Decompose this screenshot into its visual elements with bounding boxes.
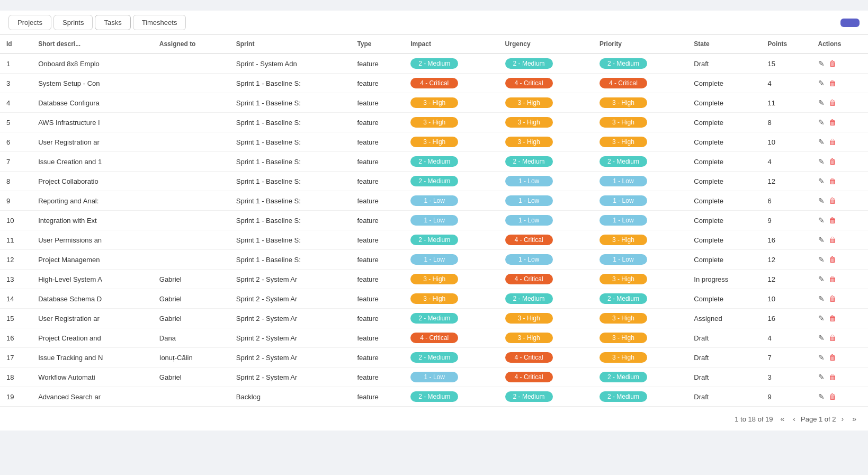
first-page-button[interactable]: «	[777, 413, 788, 425]
delete-icon[interactable]: 🗑	[829, 177, 836, 185]
breadcrumb	[0, 0, 868, 11]
cell-sprint: Sprint 2 - System Ar	[230, 328, 351, 348]
cell-impact: 2 - Medium	[404, 152, 498, 172]
cell-impact: 2 - Medium	[404, 348, 498, 368]
cell-urgency: 1 - Low	[499, 191, 593, 211]
delete-icon[interactable]: 🗑	[829, 216, 836, 225]
cell-state: Draft	[687, 53, 761, 74]
cell-priority: 2 - Medium	[593, 387, 687, 407]
table-row: 5 AWS Infrastructure I Sprint 1 - Baseli…	[0, 113, 868, 132]
cell-assigned: Gabriel	[153, 289, 230, 309]
cell-id: 19	[0, 387, 32, 407]
table-row: 14 Database Schema D Gabriel Sprint 2 - …	[0, 289, 868, 309]
cell-impact: 2 - Medium	[404, 387, 498, 407]
edit-icon[interactable]: ✎	[818, 98, 825, 107]
delete-icon[interactable]: 🗑	[829, 79, 836, 87]
cell-desc: High-Level System A	[32, 270, 153, 289]
cell-sprint: Sprint 1 - Baseline S:	[230, 191, 351, 211]
edit-icon[interactable]: ✎	[818, 353, 825, 362]
cell-actions: ✎ 🗑	[812, 53, 868, 74]
cell-state: Complete	[687, 93, 761, 113]
cell-sprint: Sprint 1 - Baseline S:	[230, 230, 351, 250]
edit-icon[interactable]: ✎	[818, 294, 825, 303]
table-row: 13 High-Level System A Gabriel Sprint 2 …	[0, 270, 868, 289]
cell-priority: 4 - Critical	[593, 74, 687, 93]
next-page-button[interactable]: ›	[838, 413, 847, 425]
cell-actions: ✎ 🗑	[812, 191, 868, 211]
edit-icon[interactable]: ✎	[818, 216, 825, 225]
edit-icon[interactable]: ✎	[818, 255, 825, 264]
table-row: 4 Database Configura Sprint 1 - Baseline…	[0, 93, 868, 113]
edit-icon[interactable]: ✎	[818, 118, 825, 127]
tab-timesheets[interactable]: Timesheets	[133, 15, 186, 30]
cell-desc: Advanced Search ar	[32, 387, 153, 407]
cell-assigned	[153, 53, 230, 74]
delete-icon[interactable]: 🗑	[829, 118, 836, 127]
delete-icon[interactable]: 🗑	[829, 196, 836, 205]
cell-priority: 2 - Medium	[593, 152, 687, 172]
cell-urgency: 1 - Low	[499, 250, 593, 270]
cell-id: 12	[0, 250, 32, 270]
cell-actions: ✎ 🗑	[812, 211, 868, 230]
delete-icon[interactable]: 🗑	[829, 275, 836, 283]
prev-page-button[interactable]: ‹	[790, 413, 799, 425]
edit-icon[interactable]: ✎	[818, 392, 825, 401]
table-row: 17 Issue Tracking and N Ionuț-Călin Spri…	[0, 348, 868, 368]
table-row: 1 Onboard 8x8 Emplo Sprint - System Adn …	[0, 53, 868, 74]
cell-points: 8	[762, 113, 812, 132]
edit-icon[interactable]: ✎	[818, 157, 825, 166]
col-sprint: Sprint	[230, 35, 351, 53]
delete-icon[interactable]: 🗑	[829, 334, 836, 342]
cell-points: 9	[762, 387, 812, 407]
delete-icon[interactable]: 🗑	[829, 373, 836, 381]
edit-icon[interactable]: ✎	[818, 59, 825, 68]
edit-icon[interactable]: ✎	[818, 314, 825, 322]
cell-urgency: 3 - High	[499, 309, 593, 328]
cell-priority: 2 - Medium	[593, 53, 687, 74]
cell-type: feature	[351, 387, 404, 407]
edit-icon[interactable]: ✎	[818, 373, 825, 381]
cell-type: feature	[351, 289, 404, 309]
cell-type: feature	[351, 191, 404, 211]
cell-impact: 2 - Medium	[404, 172, 498, 191]
delete-icon[interactable]: 🗑	[829, 294, 836, 303]
delete-icon[interactable]: 🗑	[829, 157, 836, 166]
cell-type: feature	[351, 113, 404, 132]
cell-assigned	[153, 387, 230, 407]
edit-icon[interactable]: ✎	[818, 275, 825, 283]
cell-priority: 3 - High	[593, 328, 687, 348]
edit-icon[interactable]: ✎	[818, 236, 825, 244]
col-impact: Impact	[404, 35, 498, 53]
edit-icon[interactable]: ✎	[818, 138, 825, 146]
tab-tasks[interactable]: Tasks	[95, 15, 130, 30]
table-row: 16 Project Creation and Dana Sprint 2 - …	[0, 328, 868, 348]
cell-state: Complete	[687, 172, 761, 191]
cell-actions: ✎ 🗑	[812, 368, 868, 387]
delete-icon[interactable]: 🗑	[829, 353, 836, 362]
delete-icon[interactable]: 🗑	[829, 98, 836, 107]
delete-icon[interactable]: 🗑	[829, 59, 836, 68]
cell-points: 6	[762, 191, 812, 211]
last-page-button[interactable]: »	[849, 413, 860, 425]
add-task-button[interactable]	[840, 19, 860, 27]
tab-projects[interactable]: Projects	[8, 15, 51, 30]
edit-icon[interactable]: ✎	[818, 334, 825, 342]
table-row: 9 Reporting and Anal: Sprint 1 - Baselin…	[0, 191, 868, 211]
delete-icon[interactable]: 🗑	[829, 236, 836, 244]
cell-points: 11	[762, 93, 812, 113]
cell-sprint: Sprint 1 - Baseline S:	[230, 152, 351, 172]
delete-icon[interactable]: 🗑	[829, 255, 836, 264]
delete-icon[interactable]: 🗑	[829, 314, 836, 322]
cell-points: 7	[762, 348, 812, 368]
edit-icon[interactable]: ✎	[818, 79, 825, 87]
delete-icon[interactable]: 🗑	[829, 392, 836, 401]
edit-icon[interactable]: ✎	[818, 177, 825, 185]
edit-icon[interactable]: ✎	[818, 196, 825, 205]
cell-desc: Database Schema D	[32, 289, 153, 309]
delete-icon[interactable]: 🗑	[829, 138, 836, 146]
cell-desc: User Registration ar	[32, 309, 153, 328]
cell-desc: Project Managemen	[32, 250, 153, 270]
tab-sprints[interactable]: Sprints	[53, 15, 93, 30]
cell-type: feature	[351, 152, 404, 172]
col-points: Points	[762, 35, 812, 53]
